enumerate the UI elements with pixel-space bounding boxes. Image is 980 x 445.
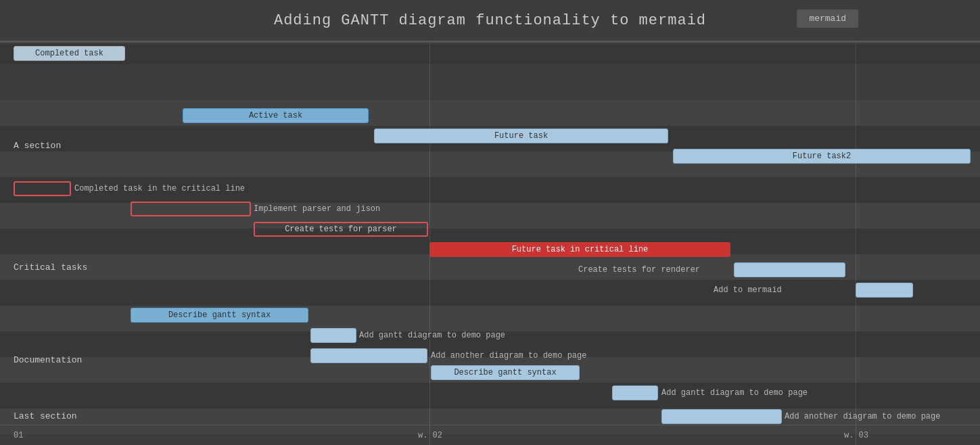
bar-completed-legend: Completed task [14,46,125,61]
section-critical: Critical tasks [0,216,122,318]
title-bar: Adding GANTT diagram functionality to me… [0,0,980,41]
label-create-tests-renderer: Create tests for renderer [578,262,700,277]
row-legend [0,44,980,64]
bar-critical-completed [14,181,71,196]
bar-add-another-demo-doc [310,348,427,363]
label-add-another-demo-doc: Add another diagram to demo page [431,348,586,363]
time-axis: 01 w. 02 w. 03 [0,425,980,445]
time-label-w03: w. 03 [844,431,868,440]
label-last-add-gantt: Add gantt diagram to demo page [661,385,808,400]
time-label-01: 01 [14,431,23,440]
section-a: A section [0,108,122,183]
bar-last-add-gantt [612,385,658,400]
bar-last-add-another [661,409,782,424]
bar-active-task: Active task [183,108,369,123]
row-crit5 [0,280,980,306]
gantt-chart: Adding GANTT diagram functionality to me… [0,0,980,445]
bar-future-task: Future task [374,128,668,143]
label-last-add-another: Add another diagram to demo page [785,409,940,424]
bar-future-critical: Future task in critical line [429,242,730,257]
bar-add-to-mermaid [856,283,913,298]
bar-describe-gantt-doc: Describe gantt syntax [131,308,308,323]
chart-title: Adding GANTT diagram functionality to me… [274,12,706,29]
bar-implement-parser [131,202,251,216]
bar-future-task2: Future task2 [673,149,971,164]
top-border [0,41,980,43]
row-a-section [0,100,980,126]
label-critical-completed: Completed task in the critical line [74,181,245,196]
row-last1 [0,383,980,408]
label-add-to-mermaid: Add to mermaid [714,283,782,298]
bar-describe-gantt-syntax2: Describe gantt syntax [431,365,580,380]
bar-add-gantt-demo-doc [310,328,356,343]
chart-body: Completed task A section Active task Fut… [0,41,980,445]
bar-create-tests-parser: Create tests for parser [254,222,428,237]
time-label-w02: w. 02 [418,431,442,440]
label-implement-parser: Implement parser and jison [254,202,380,216]
bar-create-tests-renderer [734,262,845,277]
legend-badge: mermaid [797,9,858,28]
label-add-gantt-demo-doc: Add gantt diagram to demo page [359,328,505,343]
